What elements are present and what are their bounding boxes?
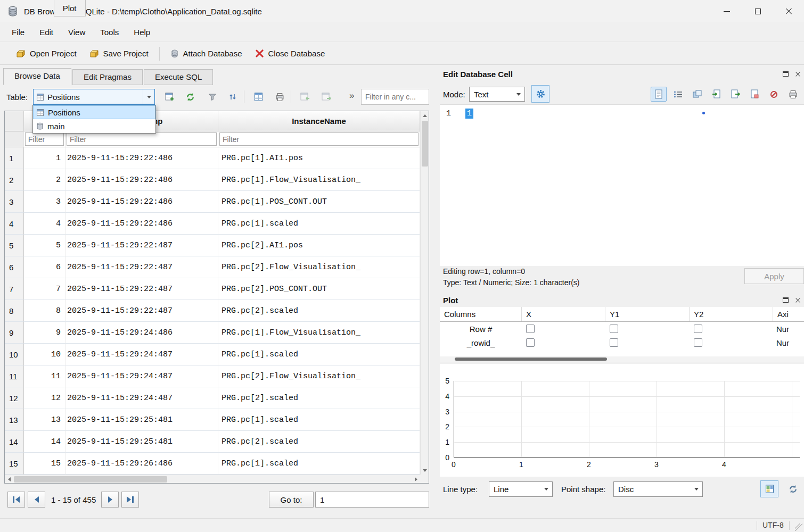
plot-table-scrollbar[interactable]	[440, 356, 804, 362]
table-selector[interactable]: Positions	[33, 89, 155, 105]
filter-input-timestamp[interactable]	[67, 132, 217, 146]
plot-table-scroll-thumb[interactable]	[455, 358, 607, 361]
dropdown-item-positions[interactable]: Positions	[33, 105, 155, 119]
cell-instancename[interactable]: PRG.pc[1].POS_CONT.OUT	[218, 191, 420, 213]
cell-id[interactable]: 12	[24, 387, 65, 409]
print-button[interactable]	[270, 88, 289, 105]
chart-plot-area[interactable]	[454, 381, 800, 458]
table-row[interactable]: 3 3 2025-9-11-15:29:22:486 PRG.pc[1].POS…	[5, 191, 429, 213]
line-type-selector[interactable]: Line	[489, 481, 553, 497]
cell-instancename[interactable]: PRG.pc[1].scaled	[218, 409, 420, 431]
cell-content[interactable]: 1	[465, 109, 473, 119]
goto-input[interactable]	[315, 492, 429, 508]
cell-timestamp[interactable]: 2025-9-11-15:29:24:487	[65, 365, 218, 387]
sort-button[interactable]	[224, 88, 242, 105]
plot-header-columns[interactable]: Columns	[440, 307, 522, 321]
export-table-button[interactable]	[317, 88, 335, 105]
maximize-button[interactable]	[742, 0, 773, 22]
apply-button[interactable]: Apply	[744, 268, 804, 284]
reload-plot-button[interactable]	[784, 480, 802, 497]
cell-timestamp[interactable]: 2025-9-11-15:29:25:481	[65, 431, 218, 453]
cell-instancename[interactable]: PRG.pc[1].scaled	[218, 344, 420, 365]
cell-timestamp[interactable]: 2025-9-11-15:29:22:487	[65, 235, 218, 256]
cell-timestamp[interactable]: 2025-9-11-15:29:22:487	[65, 300, 218, 322]
cell-timestamp[interactable]: 2025-9-11-15:29:22:486	[65, 191, 218, 213]
previous-record-button[interactable]	[28, 492, 45, 508]
table-row[interactable]: 7 7 2025-9-11-15:29:22:487 PRG.pc[2].POS…	[5, 278, 429, 300]
menu-file[interactable]: File	[4, 24, 32, 40]
export-cell-button[interactable]	[727, 87, 743, 102]
x-checkbox[interactable]	[526, 338, 535, 347]
mode-selector-arrow[interactable]	[513, 87, 524, 101]
menu-view[interactable]: View	[61, 24, 93, 40]
cell-id[interactable]: 2	[24, 169, 65, 191]
text-view-button[interactable]	[651, 87, 667, 102]
close-button[interactable]	[773, 0, 804, 22]
cell-id[interactable]: 7	[24, 278, 65, 300]
set-null-button[interactable]	[766, 87, 782, 102]
point-shape-selector[interactable]: Disc	[613, 481, 703, 497]
horizontal-scrollbar[interactable]	[5, 475, 420, 483]
clear-filter-button[interactable]	[203, 88, 221, 105]
column-header-instancename[interactable]: InstanceName	[218, 111, 420, 131]
plot-header-axis[interactable]: Axi	[773, 307, 804, 321]
mode-selector[interactable]: Text	[469, 87, 525, 102]
cell-editor-area[interactable]: 1 1	[440, 104, 804, 266]
table-row[interactable]: 5 5 2025-9-11-15:29:22:487 PRG.pc[2].AI1…	[5, 235, 429, 256]
cell-timestamp[interactable]: 2025-9-11-15:29:22:486	[65, 213, 218, 235]
save-plot-button[interactable]	[760, 480, 778, 497]
filter-input-instancename[interactable]	[219, 132, 419, 146]
attach-database-button[interactable]: Attach Database	[164, 47, 249, 60]
cell-timestamp[interactable]: 2025-9-11-15:29:22:487	[65, 278, 218, 300]
cell-id[interactable]: 14	[24, 431, 65, 453]
tab-edit-pragmas[interactable]: Edit Pragmas	[72, 69, 143, 85]
horizontal-scroll-thumb[interactable]	[14, 476, 167, 483]
print-cell-button[interactable]	[785, 87, 801, 102]
table-row[interactable]: 10 10 2025-9-11-15:29:24:487 PRG.pc[1].s…	[5, 344, 429, 365]
goto-button[interactable]: Go to:	[269, 492, 314, 508]
save-cell-button[interactable]	[746, 87, 762, 102]
close-dock-icon[interactable]	[795, 297, 801, 303]
table-row[interactable]: 11 11 2025-9-11-15:29:24:487 PRG.pc[2].F…	[5, 365, 429, 387]
cell-timestamp[interactable]: 2025-9-11-15:29:22:486	[65, 147, 218, 169]
cell-id[interactable]: 10	[24, 344, 65, 365]
filter-any-column-input[interactable]	[361, 89, 429, 105]
cell-instancename[interactable]: PRG.pc[2].AI1.pos	[218, 235, 420, 256]
cell-instancename[interactable]: PRG.pc[1].Flow_Visualisation_	[218, 322, 420, 344]
float-dock-icon[interactable]	[783, 297, 789, 303]
x-checkbox[interactable]	[526, 325, 535, 333]
scroll-right-arrow[interactable]	[412, 475, 420, 484]
table-row[interactable]: 15 15 2025-9-11-15:29:26:486 PRG.pc[1].s…	[5, 453, 429, 475]
toolbar-overflow-button[interactable]: »	[349, 90, 354, 101]
cell-id[interactable]: 5	[24, 235, 65, 256]
cell-instancename[interactable]: PRG.pc[2].scaled	[218, 431, 420, 453]
tab-plot[interactable]: Plot	[54, 0, 86, 16]
cell-id[interactable]: 11	[24, 365, 65, 387]
menu-tools[interactable]: Tools	[93, 24, 126, 40]
cell-timestamp[interactable]: 2025-9-11-15:29:24:486	[65, 322, 218, 344]
y2-checkbox[interactable]	[694, 325, 702, 333]
close-database-button[interactable]: Close Database	[249, 47, 332, 60]
refresh-button[interactable]	[181, 88, 199, 105]
tab-execute-sql[interactable]: Execute SQL	[144, 69, 213, 85]
cell-instancename[interactable]: PRG.pc[1].AI1.pos	[218, 147, 420, 169]
new-record-button[interactable]	[161, 88, 179, 105]
import-cell-button[interactable]	[708, 87, 724, 102]
scroll-left-arrow[interactable]	[5, 475, 13, 484]
line-type-arrow[interactable]	[540, 482, 552, 496]
table-row[interactable]: 14 14 2025-9-11-15:29:25:481 PRG.pc[2].s…	[5, 431, 429, 453]
auto-detect-button[interactable]	[531, 85, 549, 103]
import-table-button[interactable]	[296, 88, 314, 105]
first-record-button[interactable]	[7, 492, 25, 508]
cell-instancename[interactable]: PRG.pc[2].Flow_Visualisation_	[218, 256, 420, 278]
menu-edit[interactable]: Edit	[32, 24, 61, 40]
plot-header-x[interactable]: X	[522, 307, 605, 321]
vertical-scrollbar[interactable]	[420, 111, 429, 475]
cell-id[interactable]: 9	[24, 322, 65, 344]
vertical-scroll-thumb[interactable]	[422, 121, 428, 167]
cell-timestamp[interactable]: 2025-9-11-15:29:24:487	[65, 387, 218, 409]
point-shape-arrow[interactable]	[691, 482, 702, 496]
cell-timestamp[interactable]: 2025-9-11-15:29:25:481	[65, 409, 218, 431]
scroll-up-arrow[interactable]	[421, 111, 429, 120]
cell-timestamp[interactable]: 2025-9-11-15:29:24:487	[65, 344, 218, 365]
